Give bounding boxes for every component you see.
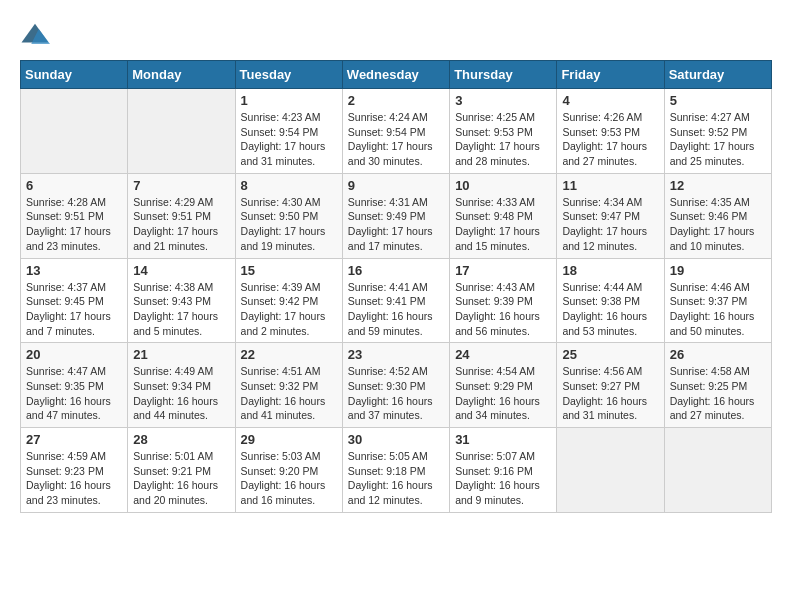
day-cell: 8Sunrise: 4:30 AM Sunset: 9:50 PM Daylig… bbox=[235, 173, 342, 258]
day-cell: 19Sunrise: 4:46 AM Sunset: 9:37 PM Dayli… bbox=[664, 258, 771, 343]
day-info: Sunrise: 4:27 AM Sunset: 9:52 PM Dayligh… bbox=[670, 110, 766, 169]
day-cell: 20Sunrise: 4:47 AM Sunset: 9:35 PM Dayli… bbox=[21, 343, 128, 428]
day-cell bbox=[664, 428, 771, 513]
day-cell: 11Sunrise: 4:34 AM Sunset: 9:47 PM Dayli… bbox=[557, 173, 664, 258]
day-cell: 9Sunrise: 4:31 AM Sunset: 9:49 PM Daylig… bbox=[342, 173, 449, 258]
day-info: Sunrise: 4:33 AM Sunset: 9:48 PM Dayligh… bbox=[455, 195, 551, 254]
day-number: 14 bbox=[133, 263, 229, 278]
day-cell: 18Sunrise: 4:44 AM Sunset: 9:38 PM Dayli… bbox=[557, 258, 664, 343]
day-cell: 5Sunrise: 4:27 AM Sunset: 9:52 PM Daylig… bbox=[664, 89, 771, 174]
day-number: 20 bbox=[26, 347, 122, 362]
day-number: 21 bbox=[133, 347, 229, 362]
day-number: 3 bbox=[455, 93, 551, 108]
day-number: 8 bbox=[241, 178, 337, 193]
day-info: Sunrise: 4:29 AM Sunset: 9:51 PM Dayligh… bbox=[133, 195, 229, 254]
day-cell: 29Sunrise: 5:03 AM Sunset: 9:20 PM Dayli… bbox=[235, 428, 342, 513]
day-cell: 28Sunrise: 5:01 AM Sunset: 9:21 PM Dayli… bbox=[128, 428, 235, 513]
day-info: Sunrise: 4:30 AM Sunset: 9:50 PM Dayligh… bbox=[241, 195, 337, 254]
day-number: 24 bbox=[455, 347, 551, 362]
day-info: Sunrise: 5:01 AM Sunset: 9:21 PM Dayligh… bbox=[133, 449, 229, 508]
column-header-monday: Monday bbox=[128, 61, 235, 89]
calendar-header: SundayMondayTuesdayWednesdayThursdayFrid… bbox=[21, 61, 772, 89]
day-cell: 21Sunrise: 4:49 AM Sunset: 9:34 PM Dayli… bbox=[128, 343, 235, 428]
day-info: Sunrise: 4:51 AM Sunset: 9:32 PM Dayligh… bbox=[241, 364, 337, 423]
day-number: 6 bbox=[26, 178, 122, 193]
day-info: Sunrise: 4:59 AM Sunset: 9:23 PM Dayligh… bbox=[26, 449, 122, 508]
day-number: 10 bbox=[455, 178, 551, 193]
day-number: 17 bbox=[455, 263, 551, 278]
day-info: Sunrise: 4:31 AM Sunset: 9:49 PM Dayligh… bbox=[348, 195, 444, 254]
day-info: Sunrise: 4:25 AM Sunset: 9:53 PM Dayligh… bbox=[455, 110, 551, 169]
column-header-tuesday: Tuesday bbox=[235, 61, 342, 89]
day-number: 2 bbox=[348, 93, 444, 108]
day-number: 28 bbox=[133, 432, 229, 447]
day-info: Sunrise: 4:41 AM Sunset: 9:41 PM Dayligh… bbox=[348, 280, 444, 339]
day-number: 13 bbox=[26, 263, 122, 278]
week-row-4: 20Sunrise: 4:47 AM Sunset: 9:35 PM Dayli… bbox=[21, 343, 772, 428]
day-cell: 22Sunrise: 4:51 AM Sunset: 9:32 PM Dayli… bbox=[235, 343, 342, 428]
day-cell: 4Sunrise: 4:26 AM Sunset: 9:53 PM Daylig… bbox=[557, 89, 664, 174]
day-cell: 6Sunrise: 4:28 AM Sunset: 9:51 PM Daylig… bbox=[21, 173, 128, 258]
day-number: 4 bbox=[562, 93, 658, 108]
day-cell: 7Sunrise: 4:29 AM Sunset: 9:51 PM Daylig… bbox=[128, 173, 235, 258]
day-info: Sunrise: 4:52 AM Sunset: 9:30 PM Dayligh… bbox=[348, 364, 444, 423]
day-number: 16 bbox=[348, 263, 444, 278]
day-number: 9 bbox=[348, 178, 444, 193]
day-info: Sunrise: 4:43 AM Sunset: 9:39 PM Dayligh… bbox=[455, 280, 551, 339]
column-header-sunday: Sunday bbox=[21, 61, 128, 89]
week-row-1: 1Sunrise: 4:23 AM Sunset: 9:54 PM Daylig… bbox=[21, 89, 772, 174]
day-cell: 27Sunrise: 4:59 AM Sunset: 9:23 PM Dayli… bbox=[21, 428, 128, 513]
week-row-3: 13Sunrise: 4:37 AM Sunset: 9:45 PM Dayli… bbox=[21, 258, 772, 343]
page-header bbox=[20, 20, 772, 50]
day-cell: 16Sunrise: 4:41 AM Sunset: 9:41 PM Dayli… bbox=[342, 258, 449, 343]
day-cell: 3Sunrise: 4:25 AM Sunset: 9:53 PM Daylig… bbox=[450, 89, 557, 174]
day-number: 19 bbox=[670, 263, 766, 278]
week-row-2: 6Sunrise: 4:28 AM Sunset: 9:51 PM Daylig… bbox=[21, 173, 772, 258]
day-info: Sunrise: 4:23 AM Sunset: 9:54 PM Dayligh… bbox=[241, 110, 337, 169]
day-info: Sunrise: 4:44 AM Sunset: 9:38 PM Dayligh… bbox=[562, 280, 658, 339]
day-info: Sunrise: 4:54 AM Sunset: 9:29 PM Dayligh… bbox=[455, 364, 551, 423]
day-info: Sunrise: 4:56 AM Sunset: 9:27 PM Dayligh… bbox=[562, 364, 658, 423]
day-number: 22 bbox=[241, 347, 337, 362]
day-info: Sunrise: 4:34 AM Sunset: 9:47 PM Dayligh… bbox=[562, 195, 658, 254]
logo-icon bbox=[20, 20, 50, 50]
day-number: 23 bbox=[348, 347, 444, 362]
day-number: 12 bbox=[670, 178, 766, 193]
calendar-table: SundayMondayTuesdayWednesdayThursdayFrid… bbox=[20, 60, 772, 513]
day-info: Sunrise: 4:49 AM Sunset: 9:34 PM Dayligh… bbox=[133, 364, 229, 423]
day-number: 26 bbox=[670, 347, 766, 362]
day-info: Sunrise: 5:03 AM Sunset: 9:20 PM Dayligh… bbox=[241, 449, 337, 508]
day-info: Sunrise: 4:47 AM Sunset: 9:35 PM Dayligh… bbox=[26, 364, 122, 423]
logo bbox=[20, 20, 54, 50]
day-number: 7 bbox=[133, 178, 229, 193]
day-number: 11 bbox=[562, 178, 658, 193]
day-number: 1 bbox=[241, 93, 337, 108]
day-cell: 15Sunrise: 4:39 AM Sunset: 9:42 PM Dayli… bbox=[235, 258, 342, 343]
day-number: 29 bbox=[241, 432, 337, 447]
day-info: Sunrise: 5:07 AM Sunset: 9:16 PM Dayligh… bbox=[455, 449, 551, 508]
day-cell: 17Sunrise: 4:43 AM Sunset: 9:39 PM Dayli… bbox=[450, 258, 557, 343]
day-info: Sunrise: 5:05 AM Sunset: 9:18 PM Dayligh… bbox=[348, 449, 444, 508]
day-info: Sunrise: 4:37 AM Sunset: 9:45 PM Dayligh… bbox=[26, 280, 122, 339]
day-cell: 1Sunrise: 4:23 AM Sunset: 9:54 PM Daylig… bbox=[235, 89, 342, 174]
day-cell bbox=[557, 428, 664, 513]
header-row: SundayMondayTuesdayWednesdayThursdayFrid… bbox=[21, 61, 772, 89]
day-info: Sunrise: 4:26 AM Sunset: 9:53 PM Dayligh… bbox=[562, 110, 658, 169]
day-info: Sunrise: 4:35 AM Sunset: 9:46 PM Dayligh… bbox=[670, 195, 766, 254]
day-info: Sunrise: 4:58 AM Sunset: 9:25 PM Dayligh… bbox=[670, 364, 766, 423]
day-cell: 2Sunrise: 4:24 AM Sunset: 9:54 PM Daylig… bbox=[342, 89, 449, 174]
day-cell bbox=[128, 89, 235, 174]
column-header-saturday: Saturday bbox=[664, 61, 771, 89]
day-cell: 24Sunrise: 4:54 AM Sunset: 9:29 PM Dayli… bbox=[450, 343, 557, 428]
day-number: 15 bbox=[241, 263, 337, 278]
day-cell: 14Sunrise: 4:38 AM Sunset: 9:43 PM Dayli… bbox=[128, 258, 235, 343]
day-info: Sunrise: 4:39 AM Sunset: 9:42 PM Dayligh… bbox=[241, 280, 337, 339]
day-info: Sunrise: 4:24 AM Sunset: 9:54 PM Dayligh… bbox=[348, 110, 444, 169]
day-number: 25 bbox=[562, 347, 658, 362]
day-cell: 12Sunrise: 4:35 AM Sunset: 9:46 PM Dayli… bbox=[664, 173, 771, 258]
day-info: Sunrise: 4:28 AM Sunset: 9:51 PM Dayligh… bbox=[26, 195, 122, 254]
day-cell: 30Sunrise: 5:05 AM Sunset: 9:18 PM Dayli… bbox=[342, 428, 449, 513]
day-info: Sunrise: 4:38 AM Sunset: 9:43 PM Dayligh… bbox=[133, 280, 229, 339]
day-number: 27 bbox=[26, 432, 122, 447]
day-cell: 31Sunrise: 5:07 AM Sunset: 9:16 PM Dayli… bbox=[450, 428, 557, 513]
